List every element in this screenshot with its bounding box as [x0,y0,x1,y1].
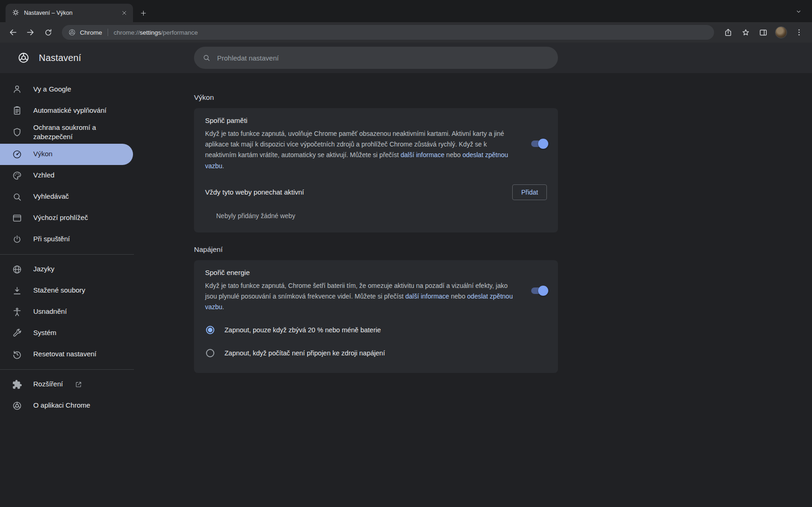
radio-label: Zapnout, když počítač není připojen ke z… [224,349,385,357]
sidebar-item-accessibility[interactable]: Usnadnění [0,301,133,323]
keep-sites-active-label: Vždy tyto weby ponechat aktivní [205,188,304,196]
search-icon [12,192,22,202]
radio-unplugged[interactable]: Zapnout, když počítač není připojen ke z… [205,349,547,357]
puzzle-icon [12,379,22,390]
energy-saver-title: Spořič energie [205,269,515,276]
power-icon [12,234,22,244]
settings-search[interactable] [194,47,558,69]
reload-button[interactable] [40,24,56,41]
download-icon [12,286,22,296]
share-icon[interactable] [720,24,736,41]
section-heading-performance: Výkon [194,93,558,102]
sidebar-item-about-chrome[interactable]: O aplikaci Chrome [0,395,133,416]
browser-window: Nastavení – Výkon Chrome chro [0,0,812,507]
sidebar-item-reset-settings[interactable]: Resetovat nastavení [0,344,133,365]
tab-settings[interactable]: Nastavení – Výkon [6,4,133,22]
chrome-logo-icon [68,29,76,36]
settings-header: Nastavení [0,43,812,73]
gear-icon [12,9,19,18]
no-sites-added-text: Nebyly přidány žádné weby [205,212,547,220]
address-bar[interactable]: Chrome chrome:// settings /performance [62,25,714,40]
browser-toolbar: Chrome chrome:// settings /performance [0,22,812,43]
profile-avatar[interactable] [775,26,787,38]
palette-icon [12,171,22,181]
memory-saver-title: Spořič paměti [205,116,515,124]
new-tab-button[interactable] [137,6,150,19]
speedometer-icon [12,149,22,159]
memory-saver-description: Když je tato funkce zapnutá, uvolňuje Ch… [205,128,515,171]
sidebar-item-system[interactable]: Systém [0,323,133,344]
wrench-icon [12,328,22,338]
reset-history-icon [12,349,22,360]
settings-sidebar: Vy a Google Automatické vyplňování Ochra… [0,73,134,507]
browser-menu-icon[interactable] [791,24,807,41]
radio-unselected-icon[interactable] [206,349,214,357]
page-title: Nastavení [39,53,81,63]
toggle-knob [538,139,548,149]
sidebar-item-appearance[interactable]: Vzhled [0,165,133,186]
settings-search-input[interactable] [217,54,550,62]
radio-selected-icon[interactable] [206,326,214,334]
energy-saver-description: Když je tato funkce zapnutá, Chrome šetř… [205,281,515,313]
sidebar-item-on-startup[interactable]: Při spuštění [0,229,133,250]
shield-icon [12,127,22,137]
chrome-logo-icon [18,52,30,64]
sidebar-item-performance[interactable]: Výkon [0,144,133,165]
tab-strip: Nastavení – Výkon [0,0,812,22]
url-divider [108,29,108,36]
side-panel-icon[interactable] [755,24,771,41]
sidebar-item-privacy-security[interactable]: Ochrana soukromí a zabezpečení [0,121,133,144]
globe-icon [12,264,22,275]
tab-close-icon[interactable] [119,8,129,18]
energy-saver-toggle[interactable] [531,287,547,294]
sidebar-item-you-and-google[interactable]: Vy a Google [0,79,133,100]
sidebar-divider [0,254,134,255]
radio-label: Zapnout, pouze když zbývá 20 % nebo méně… [224,326,381,334]
memory-saver-toggle[interactable] [531,140,547,147]
energy-saver-card: Spořič energie Když je tato funkce zapnu… [194,260,558,373]
url-host: settings [139,29,161,36]
sidebar-item-default-browser[interactable]: Výchozí prohlížeč [0,208,133,229]
sidebar-item-extensions[interactable]: Rozšíření [0,374,133,395]
sidebar-item-search-engine[interactable]: Vyhledávač [0,186,133,208]
browser-window-icon [12,213,22,223]
toggle-knob [538,286,548,296]
radio-battery-threshold[interactable]: Zapnout, pouze když zbývá 20 % nebo méně… [205,326,547,334]
add-site-button[interactable]: Přidat [512,184,547,200]
back-button[interactable] [5,24,21,41]
tab-search-chevron-icon[interactable] [792,5,806,18]
bookmark-star-icon[interactable] [737,24,754,41]
sidebar-item-autofill[interactable]: Automatické vyplňování [0,100,133,121]
tab-title: Nastavení – Výkon [24,10,115,16]
person-icon [12,84,22,94]
sidebar-divider [0,369,134,370]
url-site-label: Chrome [80,29,102,36]
url-path: /performance [161,29,198,36]
sidebar-item-languages[interactable]: Jazyky [0,259,133,280]
memory-saver-card: Spořič paměti Když je tato funkce zapnut… [194,108,558,232]
settings-content: Výkon Spořič paměti Když je tato funkce … [134,73,812,507]
autofill-clipboard-icon [12,105,22,116]
sidebar-item-downloads[interactable]: Stažené soubory [0,280,133,301]
more-info-link[interactable]: další informace [405,293,449,300]
section-heading-power: Napájení [194,245,558,254]
accessibility-icon [12,307,22,317]
search-icon [202,54,211,62]
chrome-logo-icon [12,401,22,411]
forward-button[interactable] [22,24,39,41]
url-scheme: chrome:// [114,29,139,36]
external-link-icon [75,381,82,388]
more-info-link[interactable]: další informace [400,151,444,159]
